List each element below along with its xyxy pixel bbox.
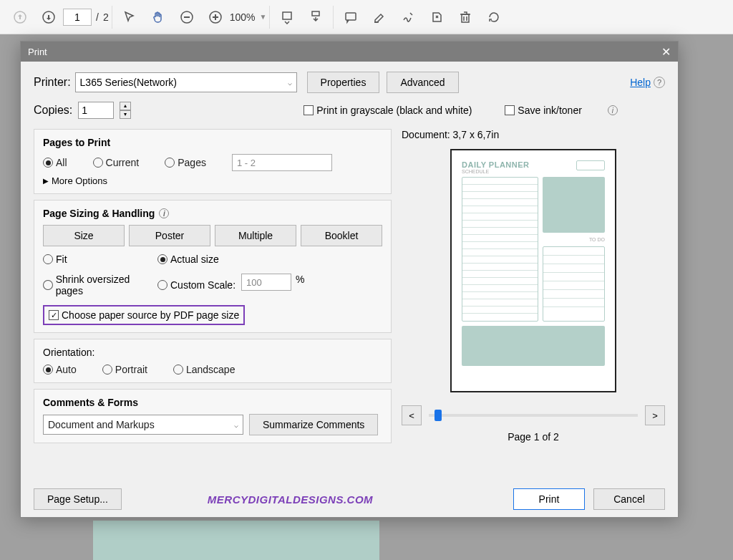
page-input[interactable] bbox=[63, 9, 92, 26]
dialog-titlebar: Print ✕ bbox=[21, 42, 678, 62]
svg-rect-6 bbox=[215, 14, 216, 20]
svg-rect-3 bbox=[184, 16, 190, 18]
radio-auto[interactable]: Auto bbox=[43, 364, 77, 375]
print-button[interactable]: Print bbox=[513, 488, 585, 510]
svg-rect-10 bbox=[462, 14, 469, 22]
radio-custom[interactable]: Custom Scale: bbox=[157, 274, 236, 296]
trash-icon[interactable] bbox=[451, 3, 480, 32]
pointer-icon[interactable] bbox=[115, 3, 144, 32]
svg-rect-9 bbox=[346, 13, 356, 20]
fit-page-icon[interactable] bbox=[301, 3, 330, 32]
radio-portrait[interactable]: Portrait bbox=[102, 364, 147, 375]
comments-select[interactable]: Document and Markups ⌵ bbox=[43, 415, 243, 435]
page-sep: / bbox=[96, 11, 99, 23]
radio-current[interactable]: Current bbox=[93, 157, 140, 168]
properties-button[interactable]: Properties bbox=[307, 72, 380, 93]
radio-all[interactable]: All bbox=[43, 157, 67, 168]
watermark-text: MERCYDIGITALDESIGNS.COM bbox=[208, 493, 373, 506]
printer-select[interactable]: L365 Series(Network) ⌵ bbox=[75, 72, 297, 92]
up-arrow-icon[interactable] bbox=[6, 3, 34, 32]
choose-source-checkbox[interactable]: Choose paper source by PDF page size bbox=[49, 309, 239, 321]
custom-scale-input[interactable] bbox=[241, 274, 291, 291]
cancel-button[interactable]: Cancel bbox=[593, 488, 665, 510]
pages-range-input[interactable] bbox=[232, 154, 332, 171]
zoom-in-icon[interactable] bbox=[201, 3, 230, 32]
help-link[interactable]: Help bbox=[630, 77, 651, 88]
summarize-button[interactable]: Summarize Comments bbox=[249, 414, 378, 435]
save-ink-checkbox[interactable]: Save ink/toner bbox=[505, 105, 582, 116]
page-indicator: / 2 bbox=[63, 9, 109, 26]
radio-pages[interactable]: Pages bbox=[165, 157, 206, 168]
orientation-panel: Orientation: Auto Portrait Landscape bbox=[34, 339, 392, 383]
copies-input[interactable] bbox=[78, 102, 114, 119]
advanced-button[interactable]: Advanced bbox=[387, 72, 458, 93]
preview-slider[interactable] bbox=[429, 414, 638, 417]
zoom-out-icon[interactable] bbox=[173, 3, 201, 32]
help-icon[interactable]: ? bbox=[654, 77, 665, 88]
choose-source-highlight: Choose paper source by PDF page size bbox=[43, 305, 245, 325]
preview-next-button[interactable]: > bbox=[645, 405, 665, 425]
fit-width-icon[interactable] bbox=[273, 3, 301, 32]
document-peek bbox=[93, 521, 379, 560]
zoom-value[interactable]: 100%▼ bbox=[230, 11, 267, 23]
more-options-toggle[interactable]: ▶More Options bbox=[43, 175, 382, 186]
sizing-header: Page Sizing & Handling bbox=[43, 208, 155, 219]
hand-icon[interactable] bbox=[144, 3, 173, 32]
seg-multiple[interactable]: Multiple bbox=[215, 225, 296, 246]
close-icon[interactable]: ✕ bbox=[661, 45, 671, 59]
preview-prev-button[interactable]: < bbox=[402, 405, 422, 425]
page-setup-button[interactable]: Page Setup... bbox=[34, 488, 122, 510]
seg-booklet[interactable]: Booklet bbox=[301, 225, 382, 246]
svg-rect-8 bbox=[312, 11, 319, 16]
preview-title: DAILY PLANNER bbox=[462, 160, 530, 169]
print-preview: DAILY PLANNER SCHEDULE TO DO bbox=[450, 149, 616, 392]
highlight-icon[interactable] bbox=[365, 3, 394, 32]
sizing-panel: Page Sizing & Handlingi Size Poster Mult… bbox=[34, 200, 392, 333]
radio-shrink[interactable]: Shrink oversized pages bbox=[43, 274, 157, 296]
print-dialog: Print ✕ Printer: L365 Series(Network) ⌵ … bbox=[20, 41, 679, 518]
orientation-header: Orientation: bbox=[43, 347, 382, 358]
pages-header: Pages to Print bbox=[43, 137, 382, 148]
dialog-title: Print bbox=[28, 47, 47, 57]
seg-poster[interactable]: Poster bbox=[129, 225, 210, 246]
info-icon[interactable]: i bbox=[608, 105, 618, 115]
stamp-icon[interactable] bbox=[422, 3, 451, 32]
document-dimensions: Document: 3,7 x 6,7in bbox=[402, 129, 665, 140]
copies-label: Copies: bbox=[34, 104, 72, 117]
pages-to-print-panel: Pages to Print All Current Pages ▶More O… bbox=[34, 129, 392, 194]
comments-header: Comments & Forms bbox=[43, 397, 382, 408]
sign-icon[interactable] bbox=[394, 3, 422, 32]
rotate-icon[interactable] bbox=[480, 3, 508, 32]
comment-icon[interactable] bbox=[336, 3, 365, 32]
radio-actual[interactable]: Actual size bbox=[157, 254, 272, 265]
page-total: 2 bbox=[103, 11, 109, 23]
printer-label: Printer: bbox=[34, 76, 71, 89]
radio-landscape[interactable]: Landscape bbox=[173, 364, 236, 375]
chevron-down-icon: ⌵ bbox=[288, 79, 292, 87]
grayscale-checkbox[interactable]: Print in grayscale (black and white) bbox=[304, 105, 472, 116]
preview-page-indicator: Page 1 of 2 bbox=[402, 431, 665, 443]
down-arrow-icon[interactable] bbox=[34, 3, 63, 32]
comments-panel: Comments & Forms Document and Markups ⌵ … bbox=[34, 389, 392, 443]
percent-label: % bbox=[296, 274, 304, 302]
svg-rect-7 bbox=[283, 12, 291, 19]
copies-spinner[interactable]: ▴▾ bbox=[120, 102, 131, 119]
app-toolbar: / 2 100%▼ bbox=[0, 0, 733, 34]
chevron-down-icon: ⌵ bbox=[234, 421, 238, 429]
radio-fit[interactable]: Fit bbox=[43, 254, 157, 265]
info-icon[interactable]: i bbox=[159, 208, 169, 218]
seg-size[interactable]: Size bbox=[43, 225, 125, 246]
